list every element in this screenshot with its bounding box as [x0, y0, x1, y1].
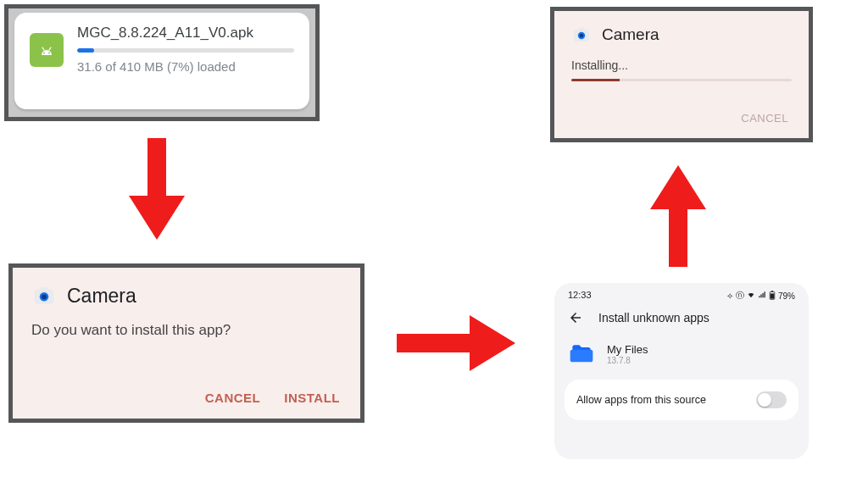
flow-arrow-down	[129, 138, 185, 240]
vibrate-icon: ✧	[726, 291, 733, 301]
cancel-button[interactable]: CANCEL	[741, 112, 788, 125]
allow-source-toggle[interactable]	[756, 391, 787, 408]
wifi-icon	[747, 291, 755, 301]
download-status: 31.6 of 410 MB (7%) loaded	[77, 59, 294, 74]
svg-point-0	[43, 53, 45, 54]
svg-rect-13	[147, 138, 166, 197]
svg-rect-12	[771, 293, 774, 298]
apk-icon	[30, 33, 64, 67]
install-progress-track	[571, 79, 792, 81]
settings-header: Install unknown apps	[554, 305, 809, 334]
download-progress-panel: MGC_8.8.224_A11_V0.apk 31.6 of 410 MB (7…	[4, 4, 320, 121]
cancel-button[interactable]: CANCEL	[205, 391, 261, 405]
svg-marker-14	[129, 196, 185, 240]
status-indicators: ✧ ⓝ 79%	[726, 290, 795, 302]
svg-line-3	[49, 47, 51, 50]
install-progress-bar	[571, 79, 620, 81]
confirm-app-name: Camera	[67, 285, 136, 308]
camera-icon	[571, 25, 592, 45]
svg-line-2	[42, 47, 44, 50]
confirm-message: Do you want to install this app?	[31, 322, 342, 339]
status-battery: 79%	[778, 291, 795, 301]
svg-marker-16	[470, 315, 515, 371]
source-app-name: My Files	[607, 343, 648, 356]
back-button[interactable]	[568, 310, 583, 325]
svg-point-9	[580, 34, 584, 38]
install-confirm-dialog: Camera Do you want to install this app? …	[8, 263, 364, 423]
installing-app-name: Camera	[602, 25, 659, 44]
battery-icon	[769, 291, 776, 302]
signal-icon	[758, 291, 766, 301]
svg-point-6	[42, 294, 47, 299]
source-app-version: 13.7.8	[607, 356, 648, 365]
svg-marker-17	[650, 165, 706, 209]
status-bar: 12:33 ✧ ⓝ 79%	[554, 283, 809, 305]
installing-dialog: Camera Installing... CANCEL	[550, 7, 813, 142]
download-card: MGC_8.8.224_A11_V0.apk 31.6 of 410 MB (7…	[14, 13, 309, 109]
flow-arrow-up	[650, 165, 706, 267]
svg-rect-11	[771, 291, 773, 291]
allow-source-row[interactable]: Allow apps from this source	[565, 380, 798, 420]
folder-icon	[568, 341, 595, 368]
download-progress-bar	[77, 48, 94, 53]
svg-point-1	[48, 53, 50, 54]
settings-title: Install unknown apps	[598, 311, 709, 324]
source-app-row: My Files 13.7.8	[554, 334, 809, 380]
svg-rect-15	[397, 334, 471, 352]
download-filename: MGC_8.8.224_A11_V0.apk	[77, 25, 294, 42]
svg-rect-18	[669, 208, 687, 267]
allow-source-label: Allow apps from this source	[576, 394, 706, 406]
nfc-icon: ⓝ	[736, 290, 744, 302]
install-unknown-apps-screen: 12:33 ✧ ⓝ 79% Install unknown apps My Fi…	[554, 283, 809, 459]
install-button[interactable]: INSTALL	[284, 391, 340, 405]
flow-arrow-right	[397, 315, 515, 371]
status-time: 12:33	[568, 290, 592, 302]
download-progress-track	[77, 48, 294, 53]
installing-message: Installing...	[571, 58, 792, 72]
download-progress-background: MGC_8.8.224_A11_V0.apk 31.6 of 410 MB (7…	[8, 8, 315, 117]
camera-icon	[31, 283, 57, 308]
